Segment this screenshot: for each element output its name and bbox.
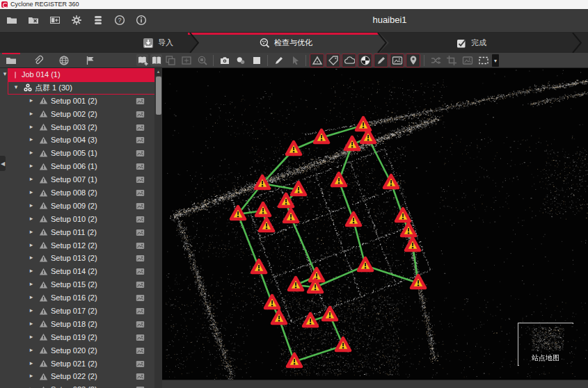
scroll-up-button[interactable]: ▲ [154,68,162,76]
measure-button[interactable] [271,54,286,67]
marquee-select-button[interactable] [476,54,491,67]
scrollbar-thumb[interactable] [156,76,161,115]
tree-row-setup[interactable]: ▸ Setup 012 (2) [0,239,154,252]
expand-arrow-icon[interactable]: ▸ [28,293,35,300]
copy-button[interactable] [163,54,177,67]
tree-row-setup[interactable]: ▸ Setup 011 (2) [0,226,154,239]
collapse-arrow-icon[interactable]: ▾ [13,83,19,90]
sidebar-tab-web-services[interactable] [56,53,72,68]
render-quality-button[interactable] [233,54,248,67]
tree-row-setup[interactable]: ▸ Setup 001 (2) [0,95,154,108]
expand-arrow-icon[interactable]: ▸ [28,346,35,353]
setup-marker[interactable] [343,135,361,152]
expand-arrow-icon[interactable]: ▸ [28,175,35,182]
setup-marker[interactable] [285,140,303,156]
stop-button[interactable] [249,54,264,67]
sidebar-tab-attachments[interactable] [29,53,46,68]
help-button[interactable]: ? [112,12,127,29]
map-viewport[interactable]: 站点地图 [162,68,588,380]
zoom-selection-button[interactable] [195,54,209,67]
setup-marker[interactable] [277,192,295,209]
tree-row-setup[interactable]: ▸ Setup 023 (2) [0,383,154,388]
pano-image-icon[interactable] [136,136,145,146]
show-labels-button[interactable] [326,54,340,67]
pano-image-icon[interactable] [136,333,145,343]
close-project-button[interactable] [26,12,41,29]
settings-button[interactable] [69,12,84,29]
workflow-tab-finalize[interactable]: 完成 [456,33,486,53]
setup-marker[interactable] [250,258,268,275]
crop-button[interactable] [444,54,459,67]
pano-image-icon[interactable] [136,359,145,370]
pano-image-icon[interactable] [136,267,145,277]
fit-view-button[interactable] [179,54,193,67]
sidebar-tab-project-explorer[interactable] [3,53,19,68]
bundle-options-button[interactable] [150,54,162,66]
tree-row-setup[interactable]: ▸ Setup 003 (2) [0,121,154,134]
setup-marker[interactable] [270,309,288,325]
tree-row-setup[interactable]: ▸ Setup 013 (2) [0,252,154,265]
about-button[interactable] [134,12,149,29]
expand-arrow-icon[interactable]: ▸ [28,228,35,235]
pano-image-icon[interactable] [136,215,145,225]
tree-row-setup[interactable]: ▸ Setup 022 (2) [0,370,154,383]
tree-row-setup[interactable]: ▸ Setup 017 (2) [0,305,154,318]
sidebar-collapse-handle[interactable]: ◀ [0,156,6,171]
show-measurements-button[interactable] [374,54,388,67]
tree-row-setup[interactable]: ▸ Setup 009 (2) [0,200,154,213]
setup-marker[interactable] [253,174,271,191]
pano-image-icon[interactable] [136,385,145,388]
setup-marker[interactable] [287,275,305,292]
setup-marker[interactable] [321,305,339,322]
pano-image-icon[interactable] [136,346,145,357]
pick-button[interactable] [287,54,302,67]
setup-marker[interactable] [382,173,400,190]
pano-view-button[interactable] [460,54,475,67]
expand-arrow-icon[interactable]: ▸ [28,372,35,379]
setup-marker[interactable] [359,128,377,145]
tree-row-setup[interactable]: ▸ Setup 018 (2) [0,318,154,331]
expand-arrow-icon[interactable]: ▸ [28,280,35,287]
tree-row-setup[interactable]: ▸ Setup 004 (3) [0,134,154,147]
show-setups-button[interactable] [310,54,324,67]
show-images-button[interactable] [390,54,404,67]
expand-arrow-icon[interactable]: ▸ [28,136,35,143]
site-map-inset[interactable]: 站点地图 [518,323,573,366]
setup-marker[interactable] [404,236,422,252]
pano-image-icon[interactable] [136,162,145,172]
tree-row-setup[interactable]: ▸ Setup 014 (2) [0,265,154,278]
storage-button[interactable] [90,12,106,29]
setup-marker[interactable] [330,171,348,188]
sidebar-scrollbar[interactable]: ▲ [154,68,162,388]
pano-image-icon[interactable] [136,175,145,186]
open-project-button[interactable] [4,12,19,29]
expand-arrow-icon[interactable]: ▸ [28,188,35,195]
screenshot-button[interactable] [217,54,232,67]
setup-marker[interactable] [409,273,427,290]
setup-marker[interactable] [254,201,272,218]
pano-image-icon[interactable] [136,123,145,134]
expand-arrow-icon[interactable]: ▸ [28,123,35,130]
sidebar-tab-marks[interactable] [82,53,99,68]
tree-row-setup[interactable]: ▸ Setup 005 (1) [0,147,154,160]
setup-marker[interactable] [285,352,303,369]
workflow-tab-review[interactable]: 检查与优化 [259,33,312,53]
expand-arrow-icon[interactable]: ▸ [28,267,35,274]
auto-cloud-links-button[interactable] [428,54,443,67]
pano-image-icon[interactable] [136,293,145,304]
show-targets-button[interactable] [358,54,372,67]
setup-marker[interactable] [301,312,319,328]
setup-marker[interactable] [312,128,331,145]
tree-row-setup[interactable]: ▸ Setup 015 (2) [0,278,154,291]
pano-image-icon[interactable] [136,254,145,264]
expand-arrow-icon[interactable]: ▸ [28,320,35,327]
setup-marker[interactable] [344,211,363,227]
tree-row-bundle[interactable]: ▾点群 1 (30) [0,81,154,95]
tree-row-setup[interactable]: ▸ Setup 016 (2) [0,291,154,305]
tree-row-setup[interactable]: ▸ Setup 008 (2) [0,186,154,200]
pano-image-icon[interactable] [136,307,145,317]
pano-image-icon[interactable] [136,320,145,330]
expand-arrow-icon[interactable]: ▸ [28,149,35,156]
pano-image-icon[interactable] [136,110,145,120]
expand-arrow-icon[interactable]: ▸ [28,162,35,169]
